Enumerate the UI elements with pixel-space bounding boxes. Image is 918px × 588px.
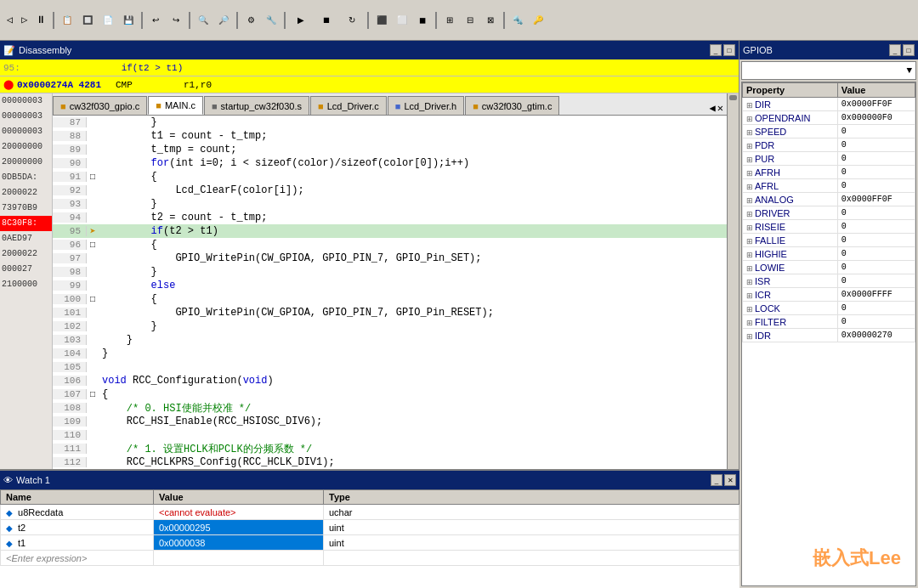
toolbar-btn-settings[interactable]: ⚙ <box>241 11 260 30</box>
toolbar-btn-7[interactable]: ↻ <box>340 11 364 30</box>
toolbar-btn-6[interactable]: ⏹ <box>314 11 338 30</box>
code-line-88: 88 t1 = count - t_tmp; <box>53 129 727 143</box>
tabs-arrow-right[interactable]: ✕ <box>717 102 723 115</box>
disassembly-icon: 📝 <box>3 45 15 56</box>
addr-3: 20000000 <box>0 139 52 155</box>
property-row-0: ⊞DIR0x0000FF0F <box>743 98 915 111</box>
property-row-6: ⊞AFRL0 <box>743 179 915 193</box>
prop-value-15: 0 <box>837 302 915 315</box>
prop-name-5[interactable]: ⊞AFRH <box>743 166 838 179</box>
gpio-maximize[interactable]: □ <box>903 44 915 56</box>
toolbar-btn-15[interactable]: 🔑 <box>529 11 547 30</box>
code-line-91: 91 □ { <box>53 170 727 184</box>
prop-name-10[interactable]: ⊞FALLIE <box>743 234 838 247</box>
tab-main-label: MAIN.c <box>165 100 196 110</box>
code-line-96: 96 □ { <box>53 238 727 252</box>
prop-value-11: 0 <box>837 247 915 261</box>
code-line-95: 95 ➤ if(t2 > t1) <box>53 224 727 238</box>
code-line-97: 97 GPIO_WritePin(CW_GPIOA, GPIO_PIN_7, G… <box>53 252 727 265</box>
prop-name-16[interactable]: ⊞FILTER <box>743 315 838 329</box>
prop-name-1[interactable]: ⊞OPENDRAIN <box>743 111 838 125</box>
prop-name-11[interactable]: ⊞HIGHIE <box>743 247 838 261</box>
gpio-title: GPIOB <box>743 45 773 55</box>
prop-name-0[interactable]: ⊞DIR <box>743 98 838 111</box>
disassembly-maximize[interactable]: □ <box>723 44 735 56</box>
code-line-107: 107 □ { <box>53 387 727 401</box>
toolbar-btn-4[interactable]: 💾 <box>119 11 138 30</box>
watch-minimize[interactable]: _ <box>711 474 722 486</box>
separator-4 <box>236 12 238 29</box>
watch-row-enter[interactable]: <Enter expression> <box>1 551 740 566</box>
watch-row-0: ◆ u8Recdata <cannot evaluate> uchar <box>1 505 740 520</box>
watch-enter-expr[interactable]: <Enter expression> <box>1 551 154 566</box>
tab-gtim-c[interactable]: ■ cw32f030_gtim.c <box>465 96 559 115</box>
right-panel: GPIOB _ □ ▼ Property Value ⊞DIR0x000 <box>740 41 918 588</box>
toolbar-arrow-right[interactable]: ▷ <box>18 12 31 28</box>
toolbar-btn-13[interactable]: ⊠ <box>481 11 500 30</box>
prop-name-15[interactable]: ⊞LOCK <box>743 302 838 315</box>
prop-header-property: Property <box>743 83 838 98</box>
disassembly-minimize[interactable]: _ <box>710 44 722 56</box>
prop-name-7[interactable]: ⊞ANALOG <box>743 193 838 206</box>
watch-close[interactable]: ✕ <box>724 474 736 486</box>
chevron-down-icon: ▼ <box>906 65 912 76</box>
toolbar-btn-8[interactable]: ⬛ <box>372 11 391 30</box>
property-row-4: ⊞PUR0 <box>743 152 915 166</box>
watch-type-2: uint <box>324 535 740 551</box>
prop-value-1: 0x000000F0 <box>837 111 915 125</box>
tab-main-c[interactable]: ■ MAIN.c <box>148 96 203 115</box>
toolbar-btn-zoom[interactable]: 🔎 <box>214 11 233 30</box>
toolbar-btn-1[interactable]: 📋 <box>58 11 76 30</box>
prop-name-17[interactable]: ⊞IDR <box>743 329 838 342</box>
property-row-13: ⊞ISR0 <box>743 274 915 288</box>
toolbar-btn-3[interactable]: 📄 <box>99 11 117 30</box>
tab-lcd-c[interactable]: ■ Lcd_Driver.c <box>310 96 387 115</box>
prop-name-12[interactable]: ⊞LOWIE <box>743 261 838 274</box>
prop-value-5: 0 <box>837 166 915 179</box>
code-line-108: 108 /* 0. HSI使能并校准 */ <box>53 401 727 415</box>
toolbar-btn-9[interactable]: ⬜ <box>393 11 411 30</box>
toolbar-pause[interactable]: ⏸ <box>32 12 49 28</box>
code-line-94: 94 t2 = count - t_tmp; <box>53 211 727 224</box>
toolbar-btn-12[interactable]: ⊟ <box>461 11 479 30</box>
tab-startup[interactable]: ■ startup_cw32f030.s <box>204 96 309 115</box>
addr-1: 00000003 <box>0 109 52 124</box>
code-line-109: 109 RCC_HSI_Enable(RCC_HSIOSC_DIV6); <box>53 415 727 428</box>
toolbar-btn-2[interactable]: 🔲 <box>78 11 97 30</box>
prop-name-9[interactable]: ⊞RISEIE <box>743 220 838 234</box>
separator-1 <box>53 12 54 29</box>
gpio-dropdown[interactable]: ▼ <box>741 61 916 80</box>
prop-name-6[interactable]: ⊞AFRL <box>743 179 838 193</box>
prop-name-8[interactable]: ⊞DRIVER <box>743 206 838 220</box>
tab-lcd-h[interactable]: ■ Lcd_Driver.h <box>388 96 464 115</box>
prop-name-2[interactable]: ⊞SPEED <box>743 125 838 139</box>
tab-gpio-c[interactable]: ■ cw32f030_gpio.c <box>53 96 147 115</box>
code-scrollbar[interactable] <box>727 93 739 489</box>
prop-name-4[interactable]: ⊞PUR <box>743 152 838 166</box>
prop-value-9: 0 <box>837 220 915 234</box>
toolbar-btn-tools[interactable]: 🔧 <box>262 11 280 30</box>
toolbar-btn-5[interactable]: ▶ <box>289 11 313 30</box>
addr-2: 00000003 <box>0 124 52 139</box>
tab-main-icon: ■ <box>156 100 162 110</box>
gpio-minimize[interactable]: _ <box>889 44 901 56</box>
prop-value-12: 0 <box>837 261 915 274</box>
tab-lcd-c-icon: ■ <box>318 101 324 111</box>
toolbar-btn-redo[interactable]: ↪ <box>167 11 185 30</box>
toolbar-btn-search[interactable]: 🔍 <box>194 11 212 30</box>
addr-current: 8C30F8: <box>0 216 52 231</box>
prop-name-13[interactable]: ⊞ISR <box>743 274 838 288</box>
toolbar-arrow-left[interactable]: ◁ <box>3 12 16 28</box>
prop-name-14[interactable]: ⊞ICR <box>743 288 838 302</box>
tabs-arrow-left[interactable]: ◀ <box>710 102 716 115</box>
prop-value-0: 0x0000FF0F <box>837 98 915 111</box>
code-content[interactable]: 87 } 88 t1 = count - t_tmp; <box>53 116 727 489</box>
toolbar-btn-10[interactable]: ◼ <box>413 11 432 30</box>
prop-name-3[interactable]: ⊞PDR <box>743 139 838 152</box>
prop-value-4: 0 <box>837 152 915 166</box>
code-line-87: 87 } <box>53 116 727 129</box>
toolbar-btn-14[interactable]: 🔩 <box>508 11 527 30</box>
toolbar-btn-undo[interactable]: ↩ <box>146 11 165 30</box>
property-row-3: ⊞PDR0 <box>743 139 915 152</box>
toolbar-btn-11[interactable]: ⊞ <box>440 11 459 30</box>
